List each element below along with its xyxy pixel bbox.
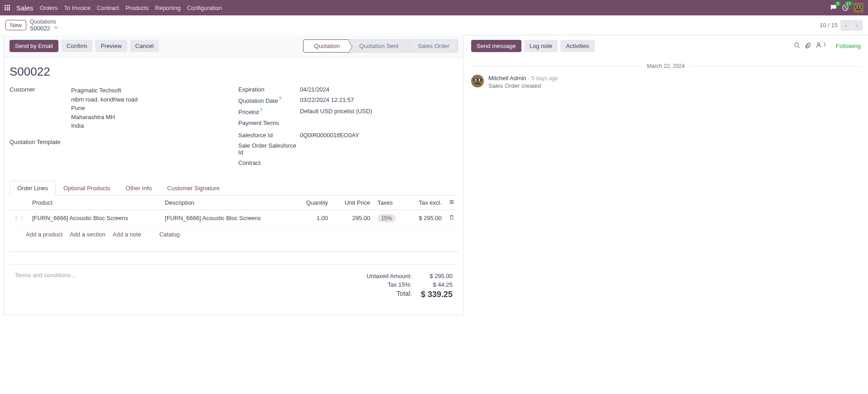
confirm-button[interactable]: Confirm [61,40,93,52]
app-name[interactable]: Sales [16,4,34,12]
add-note-link[interactable]: Add a note [113,231,141,238]
pager-prev-button[interactable]: ‹ [840,20,851,31]
apps-icon[interactable] [5,5,10,10]
untaxed-value: $ 295.00 [421,273,453,279]
activities-button[interactable]: Activities [560,40,594,52]
gear-icon[interactable] [53,25,58,32]
chatter-message: Mitchell Admin - 5 days ago Sales Order … [471,75,861,89]
attachment-icon[interactable] [805,42,811,50]
quotation-date-value[interactable]: 03/22/2024 12:21:57 [297,96,354,103]
terms-input[interactable]: Terms and conditions... [15,272,357,300]
svg-point-13 [475,79,477,81]
customer-value[interactable]: Pragmatic Techsoft nibm road, kondhwa ro… [68,86,138,130]
nav-contract[interactable]: Contract [97,5,119,11]
svg-point-9 [794,43,798,47]
add-product-link[interactable]: Add a product [26,231,63,238]
col-unit-price[interactable]: Unit Price [332,196,374,210]
nav-products[interactable]: Products [125,5,149,11]
svg-rect-5 [856,9,861,10]
quotation-template-label: Quotation Template [10,139,68,145]
tabs: Order Lines Optional Products Other Info… [10,181,458,196]
untaxed-label: Untaxed Amount: [357,273,412,279]
nav-configuration[interactable]: Configuration [187,5,222,11]
order-lines-table: Product Description Quantity Unit Price … [10,196,458,226]
customer-label: Customer [10,86,68,93]
salesforce-id-value[interactable]: 0Q0IR000001tfEO0AY [297,132,359,139]
tax-value: $ 44.25 [421,281,453,288]
contract-label: Contract [238,159,297,166]
msg-author[interactable]: Mitchell Admin [488,75,526,82]
catalog-link[interactable]: Catalog [159,231,180,238]
tab-customer-signature[interactable]: Customer Signature [159,181,227,195]
svg-rect-15 [475,83,480,84]
table-row[interactable]: ⋮⋮ [FURN_6666] Acoustic Bloc Screens [FU… [10,210,458,226]
cell-product[interactable]: [FURN_6666] Acoustic Bloc Screens [29,210,161,226]
topbar: Sales Orders To Invoice Contract Product… [0,0,868,15]
activity-badge: 17 [844,1,853,6]
col-tax-excl[interactable]: Tax excl. [406,196,445,210]
preview-button[interactable]: Preview [95,40,127,52]
pricelist-value[interactable]: Default USD pricelist (USD) [297,108,372,115]
nav-reporting[interactable]: Reporting [155,5,180,11]
log-note-button[interactable]: Log note [524,40,558,52]
expiration-label: Expiration [238,86,297,93]
breadcrumb-current: S00022 [30,25,50,32]
date-separator: March 22, 2024 [641,63,690,69]
columns-settings-icon[interactable] [449,199,454,206]
tab-other-info[interactable]: Other Info [118,181,159,195]
sale-order-sf-id-label: Sale Order Salesforce Id [238,142,297,156]
col-quantity[interactable]: Quantity [294,196,332,210]
new-button[interactable]: New [5,20,26,30]
expiration-value[interactable]: 04/21/2024 [297,86,329,93]
help-icon[interactable]: ? [260,108,263,113]
tab-order-lines[interactable]: Order Lines [10,181,56,196]
user-avatar[interactable] [854,3,863,13]
cell-tax-excl: $ 295.00 [406,210,445,226]
search-icon[interactable] [794,42,800,50]
status-quotation-sent[interactable]: Quotation Sent [348,39,407,53]
salesforce-id-label: Salesforce Id [238,132,297,139]
col-taxes[interactable]: Taxes [374,196,406,210]
status-sales-order[interactable]: Sales Order [407,39,458,53]
cancel-button[interactable]: Cancel [130,40,159,52]
follower-count: 1 [824,42,826,47]
send-message-button[interactable]: Send message [471,40,521,52]
cell-quantity[interactable]: 1.00 [294,210,332,226]
help-icon[interactable]: ? [279,96,281,101]
send-email-button[interactable]: Send by Email [10,40,58,52]
quotation-date-label: Quotation Date? [238,96,297,104]
col-description[interactable]: Description [161,196,294,210]
actionbar: Send by Email Confirm Preview Cancel Quo… [4,35,463,58]
cell-taxes[interactable]: 15% [374,210,406,226]
col-product[interactable]: Product [29,196,161,210]
chatter: Send message Log note Activities 1 Follo… [464,35,868,315]
svg-point-3 [857,6,858,8]
pager-next-button[interactable]: › [852,20,863,31]
delete-row-icon[interactable] [449,215,454,221]
cell-unit-price[interactable]: 295.00 [332,210,374,226]
tax-label: Tax 15%: [357,281,412,288]
chat-icon[interactable]: 6 [830,4,837,11]
breadcrumb-parent[interactable]: Quotations [30,19,58,25]
status-quotation[interactable]: Quotation [303,39,348,53]
total-label: Total: [357,290,412,299]
msg-avatar[interactable] [471,75,484,87]
drag-handle-icon[interactable]: ⋮⋮ [10,210,29,226]
following-button[interactable]: Following [836,43,861,49]
payment-terms-label: Payment Terms [238,120,297,126]
activity-icon[interactable]: 17 [842,4,849,11]
subheader: New Quotations S00022 10 / 15 ‹ › [0,15,868,35]
pricelist-label: Pricelist? [238,108,297,115]
svg-point-14 [478,79,480,81]
nav-to-invoice[interactable]: To Invoice [64,5,91,11]
cell-description[interactable]: [FURN_6666] Acoustic Bloc Screens [161,210,294,226]
svg-rect-2 [855,6,862,8]
tab-optional-products[interactable]: Optional Products [56,181,118,195]
add-section-link[interactable]: Add a section [70,231,106,238]
nav-orders[interactable]: Orders [40,5,58,11]
record-title: S00022 [10,65,458,79]
pager-text[interactable]: 10 / 15 [820,22,838,29]
followers-icon[interactable] [815,42,822,50]
msg-time: - 5 days ago [528,75,558,82]
chat-badge: 6 [835,1,841,6]
